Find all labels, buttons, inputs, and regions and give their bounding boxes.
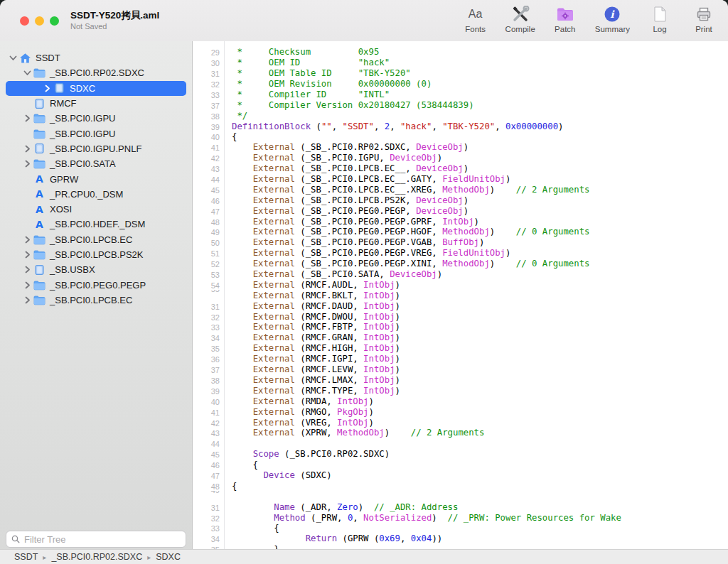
chevron-collapsed-icon[interactable] [21,251,33,259]
minimize-button[interactable] [35,16,44,26]
tree-item-sdxc[interactable]: SDXC [6,81,186,96]
line-number: 48 [193,482,224,491]
titlebar: SSDT-Y520拷貝.aml Not Saved AaFontsCompile… [0,0,728,42]
code-line: 33 External (RMCF.FBTP, IntObj) [193,322,728,332]
chevron-collapsed-icon[interactable] [21,114,33,122]
chevron-collapsed-icon[interactable] [21,296,33,304]
patch-button[interactable]: Patch [548,3,582,35]
line-number: 34 [193,535,224,543]
line-number: 54 [193,281,224,290]
tree-item-_sb.pci0.lpcb.ps2k[interactable]: _SB.PCI0.LPCB.PS2K [0,247,192,262]
code-line: 31 External (RMCF.DAUD, IntObj) [193,300,728,311]
code-line: 44 [193,438,728,449]
tree-item-rmcf[interactable]: RMCF [0,96,192,111]
code-text: External (RMDA, IntObj) [225,396,374,406]
window-title-block: SSDT-Y520拷貝.aml Not Saved [70,10,159,31]
log-button[interactable]: Log [643,3,677,35]
chevron-expanded-icon[interactable] [21,70,33,76]
code-text: External (_SB_.PCI0.PEG0.PEGP.VREG, Fiel… [225,248,510,258]
traffic-lights [20,16,59,26]
close-button[interactable] [20,16,29,26]
code-text: External (RMCF.GRAN, IntObj) [225,332,400,342]
log-label: Log [653,25,666,33]
code-line: 39DefinitionBlock ("", "SSDT", 2, "hack"… [193,121,728,131]
tree-item-xosi[interactable]: AXOSI [0,202,192,217]
code-text: External (_SB_.PCI0.LPCB.EC__, DeviceObj… [225,163,469,173]
tree-item-_sb.pci0.igpu.pnlf[interactable]: _SB.PCI0.IGPU.PNLF [0,141,192,156]
summary-button[interactable]: iSummary [592,3,633,35]
breadcrumb-item: _SB.PCI0.RP02.SDXC [51,552,142,562]
line-number: 30 [193,59,224,67]
code-line: 34 Return (GPRW (0x69, 0x04)) [193,533,728,544]
line-number: 49 [193,228,224,237]
tree-item-_sb.pci0.rp02.sdxc[interactable]: _SB.PCI0.RP02.SDXC [0,65,192,80]
tree-item-ssdt[interactable]: SSDT [0,50,192,65]
line-number: 32 [193,313,224,322]
code-line: 34 External (RMCF.GRAN, IntObj) [193,332,728,343]
breadcrumb-item: SDXC [156,552,181,562]
code-line: 40 External (RMDA, IntObj) [193,396,728,406]
fonts-label: Fonts [465,25,486,33]
device-icon [33,264,46,276]
tree-item-_sb.pci0.lpcb.ec[interactable]: _SB.PCI0.LPCB.EC [0,232,192,247]
chevron-collapsed-icon[interactable] [21,236,33,244]
chevron-expanded-icon[interactable] [7,55,19,61]
toolbar: AaFontsCompilePatchiSummaryLogPrint [459,3,721,40]
line-number: 40 [193,133,224,141]
tree-item-_sb.pci0.igpu[interactable]: _SB.PCI0.IGPU [0,111,192,126]
code-line: 39 External (RMCF.TYPE, IntObj) [193,385,728,396]
code-editor[interactable]: 2829 * Checksum 0x9530 * OEM ID "hack"31… [193,41,728,550]
filter-tree-placeholder: Filter Tree [24,534,66,545]
code-line: 49 External (_SB_.PCI0.PEG0.PEGP.HGOF, M… [193,227,728,237]
tree-item-_sb.usbx[interactable]: _SB.USBX [0,262,192,277]
line-number: 31 [193,70,224,78]
line-number: 33 [193,91,224,99]
tree-item-_sb.pci0.lpcb.ec[interactable]: _SB.PCI0.LPCB.EC [0,293,192,308]
code-line: 47 Device (SDXC) [193,470,728,481]
line-number: 41 [193,408,224,417]
code-text: External (RMCF.FBTP, IntObj) [225,322,400,332]
fonts-button[interactable]: AaFonts [459,3,493,35]
code-text: External (_SB_.PCI0.PEG0.PEGP.XINI, Meth… [225,259,589,269]
line-number: 32 [193,80,224,89]
tree-item-_sb.pci0.sata[interactable]: _SB.PCI0.SATA [0,156,192,171]
tree-item-_sb.pci0.igpu[interactable]: _SB.PCI0.IGPU [0,126,192,141]
code-lines: 2829 * Checksum 0x9530 * OEM ID "hack"31… [193,41,728,550]
line-number: 46 [193,197,224,205]
tree-item-_pr.cpu0._dsm[interactable]: A_PR.CPU0._DSM [0,187,192,202]
breadcrumb-item: SSDT [14,552,38,562]
code-text: External (RMCF.HIGH, IntObj) [225,343,400,353]
log-icon [652,4,668,24]
filter-tree-field[interactable]: Filter Tree [6,531,186,548]
code-line: 31 Name (_ADR, Zero) // _ADR: Address [193,501,728,512]
zoom-button[interactable] [50,16,59,26]
code-line: 53 External (_SB_.PCI0.SATA, DeviceObj) [193,269,728,280]
chevron-collapsed-icon[interactable] [21,160,33,168]
line-number: 37 [193,366,224,374]
code-text: External (RMGO, PkgObj) [225,407,374,417]
tree-item-_sb.pci0.hdef._dsm[interactable]: A_SB.PCI0.HDEF._DSM [0,217,192,232]
print-button[interactable]: Print [687,3,721,35]
chevron-collapsed-icon[interactable] [21,145,33,153]
tree-item-label: SDXC [70,83,95,94]
code-text: External (_SB_.PCI0.LPCB.PS2K, DeviceObj… [225,195,469,205]
print-icon [695,4,712,24]
gutter-divider [224,438,225,449]
chevron-collapsed-icon[interactable] [21,281,33,289]
tree-item-_sb.pci0.peg0.pegp[interactable]: _SB.PCI0.PEG0.PEGP [0,277,192,292]
compile-button[interactable]: Compile [503,3,538,35]
tree-item-label: _SB.USBX [50,264,95,275]
code-line: 55 External (RMCF.BKLT, IntObj) [193,290,728,300]
compile-label: Compile [505,25,535,33]
tree-item-gprw[interactable]: AGPRW [0,171,192,186]
gutter-divider [224,491,225,501]
folder-icon [33,129,46,139]
code-line: 29 * Checksum 0x95 [193,47,728,58]
chevron-collapsed-icon[interactable] [41,85,53,92]
chevron-collapsed-icon[interactable] [21,266,33,273]
folder-icon [33,249,46,260]
line-number: 43 [193,429,224,438]
statusbar: SSDT▸_SB.PCI0.RP02.SDXC▸SDXC [0,549,728,564]
device-icon [33,143,46,154]
code-line: 43 External (XPRW, MethodObj) // 2 Argum… [193,428,728,438]
